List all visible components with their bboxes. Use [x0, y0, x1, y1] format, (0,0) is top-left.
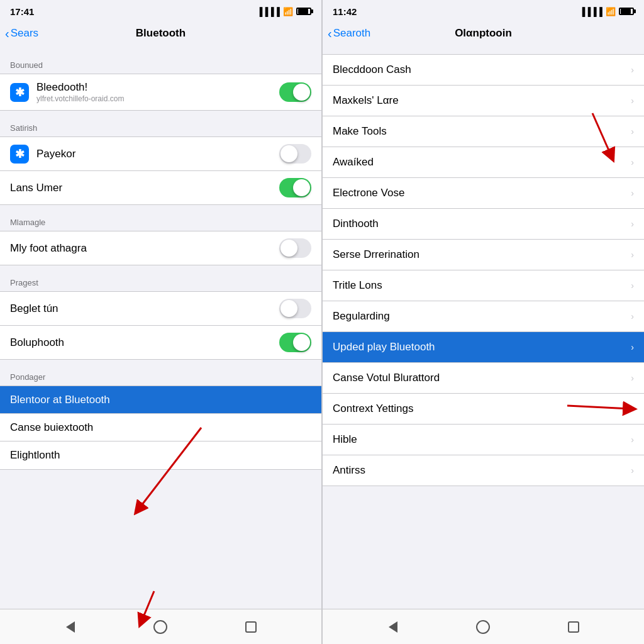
chevron-right-icon: › — [631, 126, 634, 136]
row-mly-foot-label: Mly foot athagra — [10, 242, 279, 255]
left-panel: 17:41 ▐▐▐▐ 📶 ‹ Sears Bluetooth Bounued — [0, 0, 322, 644]
right-phone-panel: 11:42 ▐▐▐▐ 📶 ‹ Searoth Olαnptooin B — [322, 0, 644, 644]
row-make-tools[interactable]: Make Tools › — [323, 116, 644, 147]
row-canse-label: Canse buiextooth — [10, 421, 311, 434]
left-time: 17:41 — [10, 6, 34, 17]
row-tritle[interactable]: Tritle Lons › — [323, 270, 644, 301]
home-circle-icon — [153, 620, 167, 634]
right-panel: 11:42 ▐▐▐▐ 📶 ‹ Searoth Olαnptooin B — [322, 0, 644, 644]
right-back-button[interactable]: ‹ Searoth — [328, 27, 370, 40]
boluphooth-toggle[interactable] — [279, 333, 311, 352]
row-beglet-label: Beglet tún — [10, 303, 279, 315]
right-nav-bar: ‹ Searoth Olαnptooin — [323, 20, 644, 48]
right-back-label: Searoth — [333, 27, 371, 40]
row-contrext-label: Contrext Yettings — [333, 402, 626, 415]
row-maxkels[interactable]: Maxkels' Lαre › — [323, 86, 644, 116]
section-satirish-list: ✱ Payekor Lans Umer — [0, 136, 321, 205]
beglet-toggle[interactable] — [279, 299, 311, 318]
row-payekor-label: Payekor — [36, 148, 279, 160]
square-icon — [245, 621, 257, 633]
toggle-thumb — [293, 179, 310, 196]
row-canse[interactable]: Canse buiextooth — [0, 414, 321, 441]
battery-icon-right — [619, 8, 634, 15]
row-bleedooth[interactable]: ✱ Bleedooth! ylfret.votchillefo-oraid.co… — [0, 74, 321, 110]
bluetooth-icon: ✱ — [10, 83, 29, 102]
chevron-left-icon: ‹ — [5, 27, 9, 40]
row-blentoor[interactable]: Blentoor at Bluetooth — [0, 386, 321, 414]
section-header-satirish: Satirish — [0, 111, 321, 136]
chevron-right-icon: › — [631, 465, 634, 475]
row-payekor[interactable]: ✱ Payekor — [0, 137, 321, 171]
row-mly-foot[interactable]: Mly foot athagra — [0, 231, 321, 265]
section-header-pragest: Pragest — [0, 265, 321, 291]
row-awaíked[interactable]: Awaíked › — [323, 147, 644, 178]
toggle-thumb — [280, 145, 297, 162]
row-blecddoon-label: Blecddoon Cash — [333, 64, 626, 76]
chevron-right-icon: › — [631, 65, 634, 75]
payekor-icon: ✱ — [10, 145, 29, 164]
row-boluphooth[interactable]: Boluphooth — [0, 326, 321, 359]
row-dinthooth-label: Dinthooth — [333, 218, 626, 230]
row-beglet[interactable]: Beglet tún — [0, 292, 321, 326]
row-upded-label: Upded play Bluetooth — [333, 341, 626, 353]
row-lans-umer-label: Lans Umer — [10, 182, 279, 194]
home-circle-icon-right — [476, 620, 490, 634]
row-blecddoon[interactable]: Blecddoon Cash › — [323, 55, 644, 86]
row-begularding-label: Begularding — [333, 310, 626, 323]
right-home-button[interactable] — [473, 617, 493, 637]
chevron-right-icon: › — [631, 311, 634, 321]
row-dinthooth[interactable]: Dinthooth › — [323, 209, 644, 240]
square-icon-right — [568, 621, 579, 633]
chevron-right-icon: › — [631, 157, 634, 167]
right-settings-list: Blecddoon Cash › Maxkels' Lαre › Make To… — [323, 54, 644, 486]
row-tritle-label: Tritle Lons — [333, 279, 626, 292]
chevron-right-icon: › — [631, 435, 634, 445]
left-back-button[interactable]: ‹ Sears — [5, 27, 38, 40]
bleedooth-toggle[interactable] — [279, 82, 311, 102]
right-square-button[interactable] — [564, 617, 584, 637]
right-back-nav-button[interactable] — [383, 617, 403, 637]
chevron-right-icon: › — [631, 219, 634, 229]
toggle-thumb — [280, 240, 297, 257]
row-elightlonth[interactable]: Elightlonth — [0, 441, 321, 469]
row-hible[interactable]: Hible › — [323, 425, 644, 455]
row-canse-votul[interactable]: Canse Votul Blurattord › — [323, 363, 644, 394]
section-bounued-list: ✱ Bleedooth! ylfret.votchillefo-oraid.co… — [0, 74, 321, 111]
row-bleedooth-label: Bleedooth! — [36, 81, 279, 94]
section-header-pondager: Pondager — [0, 360, 321, 386]
wifi-icon: 📶 — [283, 7, 293, 16]
row-bleedooth-sublabel: ylfret.votchillefo-oraid.com — [36, 94, 279, 103]
left-back-nav-button[interactable] — [60, 617, 80, 637]
left-status-icons: ▐▐▐▐ 📶 — [257, 7, 311, 16]
row-bleedooth-content: Bleedooth! ylfret.votchillefo-oraid.com — [36, 81, 279, 103]
left-nav-title: Bluetooth — [136, 27, 186, 40]
section-header-bounued: Bounued — [0, 48, 321, 74]
row-begularding[interactable]: Begularding › — [323, 301, 644, 332]
chevron-right-icon: › — [631, 404, 634, 414]
row-upded[interactable]: Upded play Bluetooth › — [323, 332, 644, 363]
row-antirss-label: Antirss — [333, 464, 626, 477]
row-serse[interactable]: Serse Drrerination › — [323, 240, 644, 270]
right-time: 11:42 — [333, 6, 357, 17]
row-lans-umer[interactable]: Lans Umer — [0, 171, 321, 204]
right-status-icons: ▐▐▐▐ 📶 — [579, 7, 634, 16]
left-square-button[interactable] — [241, 617, 261, 637]
row-contrext[interactable]: Contrext Yettings › — [323, 394, 644, 425]
right-content: Blecddoon Cash › Maxkels' Lαre › Make To… — [323, 54, 644, 609]
row-electrone[interactable]: Electrone Vose › — [323, 178, 644, 209]
left-phone-panel: 17:41 ▐▐▐▐ 📶 ‹ Sears Bluetooth Bounued — [0, 0, 322, 644]
left-home-button[interactable] — [150, 617, 170, 637]
chevron-right-icon: › — [631, 188, 634, 198]
section-pragest-list: Beglet tún Boluphooth — [0, 291, 321, 360]
lans-umer-toggle[interactable] — [279, 178, 311, 197]
chevron-right-icon: › — [631, 250, 634, 260]
toggle-thumb — [293, 84, 310, 101]
back-triangle-icon-right — [389, 621, 397, 633]
row-antirss[interactable]: Antirss › — [323, 455, 644, 486]
payekor-toggle[interactable] — [279, 144, 311, 164]
left-back-label: Sears — [11, 27, 38, 40]
row-elightlonth-label: Elightlonth — [10, 449, 311, 462]
chevron-right-icon: › — [631, 96, 634, 106]
mly-foot-toggle[interactable] — [279, 238, 311, 258]
row-canse-votul-label: Canse Votul Blurattord — [333, 372, 626, 384]
